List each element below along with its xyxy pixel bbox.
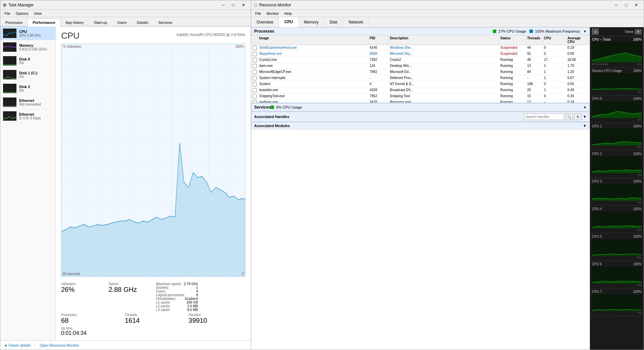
views-dropdown-button[interactable]: ▼ [635, 29, 642, 34]
associated-handles-header[interactable]: Associated Handles 🔍 ↻ ▼ [251, 112, 590, 122]
sidebar-item-cpu[interactable]: CPU 26% 2.88 GHz [0, 27, 55, 40]
table-row[interactable]: SnippingTool.exe 7952 Snipping Tool Runn… [251, 93, 590, 100]
row-threads: 13 [526, 63, 543, 69]
services-header[interactable]: Services 0% CPU Usage ▼ [251, 103, 590, 111]
search-handles-refresh[interactable]: ↻ [574, 113, 582, 120]
tab-app-history[interactable]: App history [60, 18, 89, 27]
row-checkbox[interactable] [251, 51, 258, 57]
search-handles-button[interactable]: 🔍 [565, 113, 573, 120]
col-cpu[interactable]: CPU [543, 35, 566, 45]
rm-maximize-button[interactable]: □ [622, 1, 631, 9]
tab-startup[interactable]: Start-up [89, 18, 112, 27]
row-checkbox[interactable] [251, 100, 258, 103]
row-description: Broadcast DV... [388, 87, 499, 93]
cpu0-zero: 0% [592, 118, 642, 121]
row-checkbox[interactable] [251, 69, 258, 75]
cpu5-section: CPU 5 100% 0% [590, 233, 644, 261]
handles-label: Handles [188, 313, 245, 317]
cpu2-label: CPU 2 [592, 152, 602, 156]
rm-close-button[interactable]: ✕ [632, 1, 641, 9]
fewer-details-link[interactable]: ◄ Fewer details [4, 343, 31, 347]
menu-options[interactable]: Options [13, 11, 31, 16]
sidebar-item-disk0[interactable]: Disk 0 0% [0, 54, 55, 68]
logical-proc-value: 8 [196, 293, 198, 297]
row-checkbox[interactable] [251, 75, 258, 81]
maximize-button[interactable]: □ [229, 1, 238, 9]
services-chevron: ▼ [583, 106, 587, 109]
row-avgcpu: 0.19 [566, 45, 590, 51]
table-row[interactable]: perfmon.exe 5476 Resource and ... Runnin… [251, 100, 590, 103]
table-row[interactable]: MicrosoftEdgeCP.exe 7992 Microsoft Ed...… [251, 69, 590, 75]
rm-tab-network[interactable]: Network [343, 17, 369, 27]
table-row[interactable]: SkypeHost.exe 6688 Microsoft Sky... Susp… [251, 51, 590, 57]
table-row[interactable]: bcastdvr.exe 4328 Broadcast DV... Runnin… [251, 87, 590, 93]
close-button[interactable]: ✕ [239, 1, 248, 9]
rm-tab-cpu[interactable]: CPU [279, 17, 298, 27]
services-section: Services 0% CPU Usage ▼ [251, 103, 590, 111]
tab-users[interactable]: Users [112, 18, 132, 27]
sidebar-item-disk2[interactable]: Disk 2 0% [0, 82, 55, 95]
col-threads[interactable]: Threads [526, 35, 543, 45]
sockets-label: Sockets: [156, 286, 169, 289]
rm-menu-monitor[interactable]: Monitor [264, 11, 282, 16]
associated-modules-header[interactable]: Associated Modules ▼ [251, 122, 590, 129]
rm-tab-disk[interactable]: Disk [324, 17, 343, 27]
row-checkbox[interactable] [251, 81, 258, 87]
rm-menu-file[interactable]: File [252, 11, 264, 16]
rm-menu-help[interactable]: Help [281, 11, 294, 16]
memory-mini-chart [3, 42, 16, 52]
cpu-total-section: CPU – Total 100% 60 Seconds 0% [590, 36, 644, 68]
row-checkbox[interactable] [251, 57, 258, 63]
row-image: SnippingTool.exe [258, 93, 368, 99]
col-image[interactable]: Image [258, 35, 368, 45]
row-checkbox[interactable] [251, 87, 258, 93]
col-status[interactable]: Status [499, 35, 526, 45]
sidebar-item-ethernet-nc[interactable]: Ethernet Not connected [0, 95, 55, 109]
menu-view[interactable]: View [31, 11, 45, 16]
tab-processes[interactable]: Processes [0, 18, 28, 27]
row-checkbox[interactable] [251, 63, 258, 69]
table-row[interactable]: ShellExperienceHost.exe 4140 Windows She… [251, 45, 590, 51]
row-image: MicrosoftEdgeCP.exe [258, 69, 368, 75]
row-avgcpu: 0.50 [566, 81, 590, 87]
minimize-button[interactable]: ─ [219, 1, 228, 9]
col-description[interactable]: Description [388, 35, 499, 45]
table-row[interactable]: System 4 NT Kernel & S... Running 198 0 … [251, 81, 590, 87]
sidebar-item-disk1[interactable]: Disk 1 (C:) 0% [0, 68, 55, 82]
search-handles-input[interactable] [524, 113, 564, 120]
row-threads: 17 [526, 100, 543, 103]
row-cpu: 0 [543, 93, 566, 99]
search-handles-container: 🔍 ↻ ▼ [524, 113, 587, 120]
stat-speed: Speed 2.88 GHz [108, 282, 150, 312]
disk0-sidebar-subtitle: 0% [19, 61, 53, 65]
virtualisation-label: Virtualisation: [156, 297, 176, 301]
processes-value: 68 [61, 317, 118, 324]
row-status: Running [499, 87, 526, 93]
rm-minimize-button[interactable]: ─ [611, 1, 621, 9]
cpu-chart-container: % Utilisation 100% 60 seconds 0 [61, 44, 245, 277]
row-checkbox[interactable] [251, 93, 258, 99]
tab-performance[interactable]: Performance [28, 18, 60, 27]
rm-tab-memory[interactable]: Memory [298, 17, 324, 27]
processes-section-header[interactable]: Processes 27% CPU Usage 103% Maximum Fre… [251, 27, 590, 35]
processes-section-title: Processes [254, 29, 493, 34]
table-row[interactable]: Crysis2.exe 7392 Crysis2 Running 46 17 1… [251, 57, 590, 63]
table-row[interactable]: dwm.exe 124 Desktop Win... Running 13 1 … [251, 63, 590, 69]
rm-tab-overview[interactable]: Overview [251, 17, 279, 27]
tab-services[interactable]: Services [153, 18, 177, 27]
sidebar-item-memory[interactable]: Memory 3.8/12.0 GB (32%) [0, 40, 55, 54]
table-row[interactable]: System Interrupts - Deferred Proc... Run… [251, 75, 590, 81]
l3cache-value: 8.0 MB [187, 308, 198, 312]
expand-button[interactable]: ◄ [592, 29, 599, 35]
service-cpu-header: Service CPU Usage 100% [592, 69, 642, 73]
open-resource-monitor-link[interactable]: Open Resource Monitor [40, 343, 79, 347]
tab-details[interactable]: Details [132, 18, 153, 27]
sidebar-item-ethernet[interactable]: Ethernet S: 0 R: 0 Kbps [0, 109, 55, 123]
col-avgcpu[interactable]: Average CPU [566, 35, 590, 45]
l3cache-label: L3 cache: [156, 308, 171, 312]
row-checkbox[interactable] [251, 45, 258, 51]
menu-file[interactable]: File [2, 11, 13, 16]
max-freq-status: 103% Maximum Frequency [530, 29, 580, 33]
col-pid[interactable]: PID [368, 35, 388, 45]
footer-separator: | [35, 343, 36, 347]
